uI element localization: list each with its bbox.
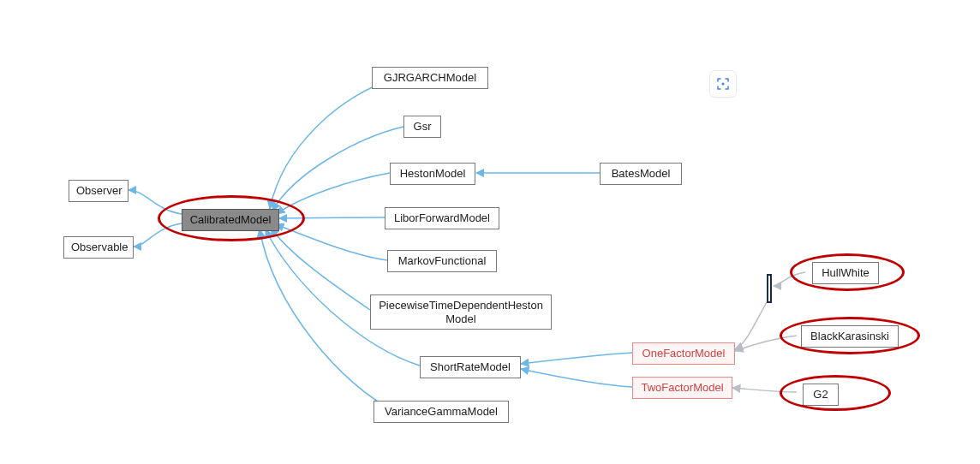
inheritance-bar [767, 274, 772, 303]
node-g2[interactable]: G2 [803, 384, 839, 406]
node-gjrgarch[interactable]: GJRGARCHModel [372, 67, 488, 89]
node-libor[interactable]: LiborForwardModel [385, 207, 499, 229]
node-gsr[interactable]: Gsr [403, 116, 441, 138]
node-one-factor[interactable]: OneFactorModel [632, 342, 735, 365]
node-markov[interactable]: MarkovFunctional [387, 250, 497, 272]
node-observable[interactable]: Observable [63, 236, 134, 259]
node-shortrate[interactable]: ShortRateModel [420, 356, 521, 378]
node-heston[interactable]: HestonModel [390, 163, 475, 185]
diagram-canvas: Observer Observable CalibratedModel GJRG… [0, 0, 980, 464]
focus-button[interactable] [709, 70, 737, 98]
focus-icon [715, 76, 731, 92]
node-hullwhite[interactable]: HullWhite [812, 262, 879, 284]
node-bates[interactable]: BatesModel [600, 163, 682, 185]
node-calibrated-model[interactable]: CalibratedModel [182, 209, 279, 231]
node-black-karasinski[interactable]: BlackKarasinski [801, 325, 899, 348]
node-two-factor[interactable]: TwoFactorModel [632, 377, 732, 399]
node-observer[interactable]: Observer [69, 180, 128, 202]
svg-point-0 [722, 83, 725, 86]
node-variance-gamma[interactable]: VarianceGammaModel [373, 401, 509, 423]
node-ptdh[interactable]: PiecewiseTimeDependentHestonModel [370, 294, 552, 330]
